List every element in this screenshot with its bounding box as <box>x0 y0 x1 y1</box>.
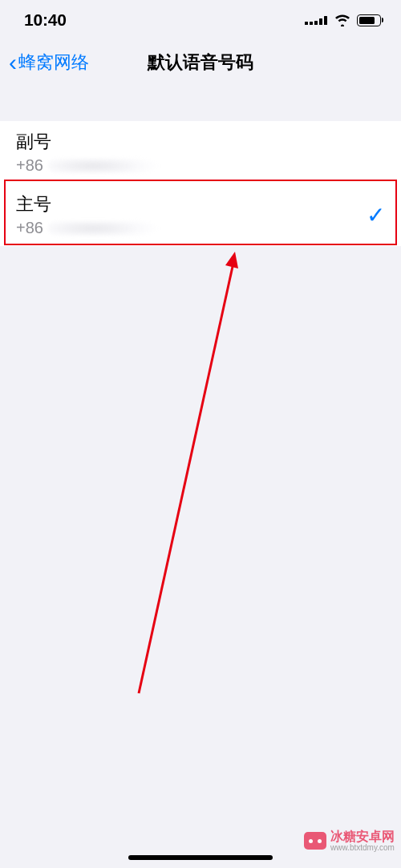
watermark: 冰糖安卓网 www.btxtdmy.com <box>304 830 395 852</box>
watermark-text: 冰糖安卓网 www.btxtdmy.com <box>330 830 395 852</box>
row-subtitle: +86 <box>16 156 160 175</box>
svg-line-0 <box>139 263 233 693</box>
phone-redacted <box>48 221 160 236</box>
cellular-signal-icon <box>305 16 327 25</box>
status-icons <box>305 14 384 26</box>
row-content: 主号 +86 <box>16 192 160 237</box>
phone-prefix: +86 <box>16 219 43 237</box>
checkmark-icon: ✓ <box>367 202 385 228</box>
phone-redacted <box>48 159 160 173</box>
phone-prefix: +86 <box>16 156 43 175</box>
back-button[interactable]: ‹ 蜂窝网络 <box>0 50 89 75</box>
svg-marker-1 <box>225 252 238 268</box>
spacer <box>0 85 401 121</box>
navigation-bar: ‹ 蜂窝网络 默认语音号码 <box>0 40 401 85</box>
page-title: 默认语音号码 <box>148 50 253 75</box>
watermark-logo-icon <box>304 832 326 850</box>
line-row-primary[interactable]: 主号 +86 ✓ <box>0 184 401 246</box>
status-bar: 10:40 <box>0 0 401 40</box>
row-content: 副号 +86 <box>16 130 160 175</box>
row-title: 副号 <box>16 130 160 154</box>
watermark-url: www.btxtdmy.com <box>330 844 395 853</box>
line-list: 副号 +86 主号 +86 ✓ <box>0 121 401 246</box>
home-indicator[interactable] <box>128 855 273 860</box>
status-time: 10:40 <box>24 10 67 30</box>
line-row-secondary[interactable]: 副号 +86 <box>0 121 401 184</box>
back-label: 蜂窝网络 <box>18 50 89 75</box>
wifi-icon <box>334 14 351 26</box>
chevron-left-icon: ‹ <box>9 50 17 75</box>
annotation-arrow <box>132 248 245 697</box>
row-title: 主号 <box>16 192 160 216</box>
row-subtitle: +86 <box>16 219 160 237</box>
battery-icon <box>357 14 384 26</box>
watermark-brand: 冰糖安卓网 <box>330 830 395 844</box>
